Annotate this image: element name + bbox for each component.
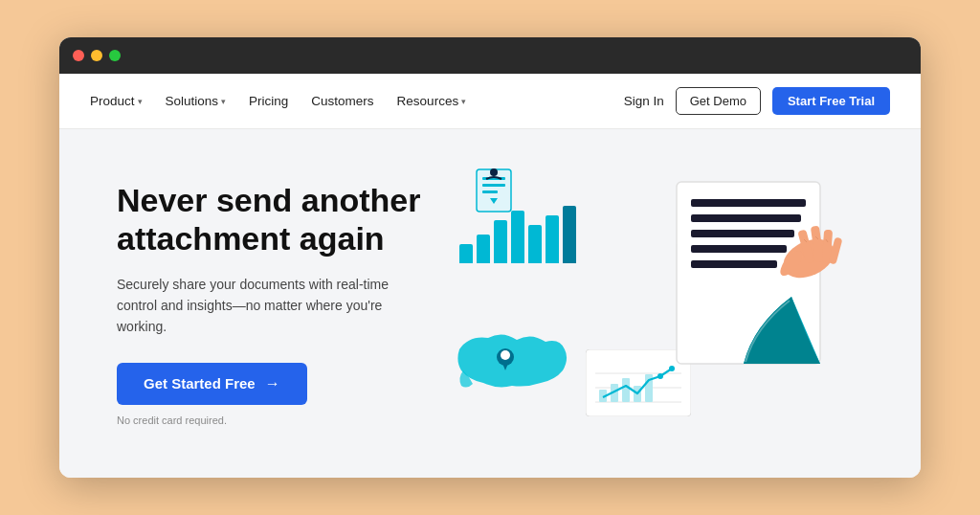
browser-content: Product ▾ Solutions ▾ Pricing Customers bbox=[59, 74, 921, 478]
trial-button[interactable]: Start Free Trial bbox=[772, 87, 890, 115]
svg-point-18 bbox=[657, 373, 663, 379]
navbar: Product ▾ Solutions ▾ Pricing Customers bbox=[59, 74, 921, 129]
hero-section: Never send another attachment again Secu… bbox=[59, 129, 921, 478]
minimize-button[interactable] bbox=[91, 50, 102, 61]
nav-resources[interactable]: Resources ▾ bbox=[397, 94, 467, 108]
bar-6 bbox=[546, 215, 559, 263]
svg-rect-24 bbox=[691, 245, 787, 253]
bar-chart bbox=[459, 206, 576, 263]
svg-point-7 bbox=[501, 350, 510, 360]
bar-7 bbox=[563, 206, 576, 263]
bar-2 bbox=[477, 235, 490, 263]
nav-links: Product ▾ Solutions ▾ Pricing Customers bbox=[90, 94, 624, 108]
chevron-down-icon: ▾ bbox=[221, 97, 226, 106]
svg-rect-2 bbox=[482, 184, 505, 187]
bar-3 bbox=[494, 220, 507, 263]
svg-rect-3 bbox=[482, 190, 498, 193]
close-button[interactable] bbox=[73, 50, 84, 61]
nav-pricing[interactable]: Pricing bbox=[249, 94, 288, 108]
bars-container bbox=[459, 206, 576, 263]
nav-solutions[interactable]: Solutions ▾ bbox=[166, 94, 227, 108]
arrow-icon: → bbox=[265, 375, 280, 392]
svg-rect-15 bbox=[622, 378, 630, 402]
hero-illustration bbox=[431, 158, 863, 449]
svg-rect-21 bbox=[691, 199, 806, 207]
map-area bbox=[450, 321, 574, 411]
hero-title: Never send another attachment again bbox=[117, 181, 431, 258]
chevron-down-icon: ▾ bbox=[461, 97, 466, 106]
demo-button[interactable]: Get Demo bbox=[676, 87, 761, 115]
browser-window: Product ▾ Solutions ▾ Pricing Customers bbox=[59, 37, 921, 478]
svg-rect-23 bbox=[691, 230, 794, 237]
hero-subtitle: Securely share your documents with real-… bbox=[117, 274, 404, 338]
bar-1 bbox=[459, 244, 473, 263]
hero-text: Never send another attachment again Secu… bbox=[117, 181, 431, 425]
get-started-button[interactable]: Get Started Free → bbox=[117, 363, 307, 405]
maximize-button[interactable] bbox=[109, 50, 121, 61]
chevron-down-icon: ▾ bbox=[138, 97, 143, 106]
bar-5 bbox=[528, 225, 542, 263]
browser-titlebar bbox=[59, 37, 921, 74]
document-area bbox=[667, 172, 849, 387]
nav-product[interactable]: Product ▾ bbox=[90, 94, 143, 108]
no-credit-card-label: No credit card required. bbox=[117, 414, 431, 426]
signin-button[interactable]: Sign In bbox=[624, 94, 664, 108]
svg-rect-25 bbox=[691, 260, 777, 268]
svg-point-4 bbox=[490, 168, 498, 176]
bar-4 bbox=[511, 211, 524, 263]
svg-rect-22 bbox=[691, 214, 801, 222]
nav-actions: Sign In Get Demo Start Free Trial bbox=[624, 87, 890, 115]
nav-customers[interactable]: Customers bbox=[311, 94, 373, 108]
